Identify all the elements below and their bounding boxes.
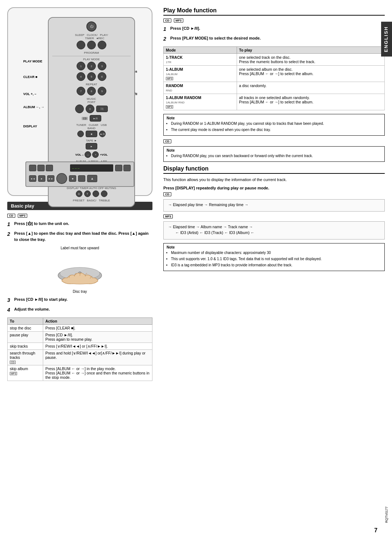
basic-play-badges: CD MP3 <box>7 214 152 218</box>
english-tab: ENGLISH <box>381 22 392 57</box>
sleep-btn[interactable] <box>77 41 85 49</box>
right-column: Play Mode function CD MP3 1 Press [CD ►/… <box>160 7 385 534</box>
play-mode-notes: During RANDOM or 1-ALBUM RANDOM play, yo… <box>171 121 381 132</box>
panel-btn5[interactable] <box>123 165 131 171</box>
table-row: RANDOM RND a disc randomly. <box>164 82 385 94</box>
btn-1[interactable]: 1 <box>77 62 85 70</box>
tuner-band-btn[interactable] <box>77 131 84 137</box>
btn-4[interactable]: 4 <box>77 72 85 81</box>
btn-6[interactable]: 6 <box>98 72 106 81</box>
to-stop: stop the disc <box>8 325 43 332</box>
pm-step-1: 1 Press [CD ►/II]. <box>163 25 385 33</box>
mp3-diagram-line1: → Elapsed time → Album name → Track name… <box>168 225 380 229</box>
tuner-label: TUNER CLEAR USBBAND <box>52 123 131 130</box>
power-button[interactable]: ⏻ <box>86 21 97 32</box>
timer-btn[interactable]: T <box>84 190 91 197</box>
note-item-1: During RANDOM or 1-ALBUM RANDOM play, yo… <box>171 121 381 126</box>
auto-off-btn[interactable] <box>93 190 99 197</box>
play-rec-btn[interactable] <box>98 41 106 49</box>
mode-random: RANDOM RND <box>164 82 237 94</box>
pm-step-2-text: Press [PLAY MODE] to select the desired … <box>170 35 261 43</box>
album-label: ALBUM ←, → <box>23 103 44 112</box>
mp3-display-diagram: → Elapsed time → Album name → Track name… <box>163 221 385 239</box>
preset-basic-label: PRESET BASIC/ TREBLE <box>52 199 131 202</box>
panel-rew-btn[interactable]: ◄◄ <box>29 175 36 182</box>
usb-btn[interactable]: ►/II <box>99 131 106 137</box>
table-row: search through tracksCD Press and hold [… <box>8 350 152 365</box>
disc-tray-label: Disc tray <box>7 290 152 294</box>
cd-badge-note2: CD <box>163 139 171 143</box>
to-pause: pause play <box>8 332 43 343</box>
table-row: 1-ALBUM RANDOM 1ALBUM RND MP3 all tracks… <box>164 94 385 110</box>
display-description: This function allows you to display the … <box>163 177 385 183</box>
clock-timer-btn[interactable] <box>87 41 96 49</box>
panel-btn2[interactable] <box>37 165 45 171</box>
panel-play-btn[interactable]: ► <box>38 175 45 182</box>
vol-minus-label: VOL – <box>75 153 83 156</box>
page-container: PLAY MODE CLEAR ■ VOL +, – ALBUM ←, → DI… <box>0 0 392 541</box>
to-search: search through tracksCD <box>8 350 43 365</box>
btn-9[interactable]: 9 <box>98 87 106 95</box>
display-notes: Maximum number of displayable characters… <box>171 250 381 268</box>
cd-play-pause-btn[interactable]: ►/II <box>90 115 101 122</box>
panel-btn3[interactable] <box>46 165 53 171</box>
display-note-2: This unit supports ver. 1.0 & 1.1 ID3 ta… <box>171 257 381 262</box>
panel-btn1[interactable] <box>29 165 36 171</box>
vol-minus-btn[interactable]: – <box>85 151 91 158</box>
cd-badge: CD <box>7 214 15 218</box>
vol-label: VOL +, – <box>23 90 44 99</box>
panel-btn4[interactable] <box>115 165 122 171</box>
mode-col-play: To play <box>237 47 384 54</box>
step-3-text: Press [CD ►/II] to start play. <box>14 296 68 304</box>
eject-button[interactable]: ▲ <box>87 175 97 182</box>
panel-display: -- -- -- <box>70 164 114 172</box>
left-panel-labels: PLAY MODE CLEAR ■ VOL +, – ALBUM ←, → DI… <box>23 57 44 131</box>
muting-btn[interactable] <box>101 190 107 197</box>
panel-stop-btn[interactable]: ■ <box>69 175 76 182</box>
clear-label: CLEAR ■ <box>23 73 44 82</box>
panel-ff-btn[interactable]: ►► <box>47 175 54 182</box>
table-row: stop the disc Press [CLEAR ■]. <box>8 325 152 332</box>
disc-tray-area: Label must face upward Disc tray <box>7 246 152 294</box>
btn-misc2[interactable]: ⟩⟩| <box>96 106 108 112</box>
mp3-badge-pm: MP3 <box>174 19 183 22</box>
sleep-label: SLEEP CLOCK/ PLAY/ TIMER ●REC <box>52 33 131 40</box>
btn-0[interactable]: 0 <box>86 104 94 113</box>
table-row: skip albumMP3 Press [ALBUM ← or →] in th… <box>8 365 152 381</box>
cd-diagram-line1: → Elapsed play time → Remaining play tim… <box>168 202 380 207</box>
action-table: To Action stop the disc Press [CLEAR ■].… <box>7 317 152 381</box>
step-1: 1 Press [⏻] to turn the unit on. <box>7 221 152 228</box>
tape-btn[interactable]: ► <box>86 143 97 149</box>
basic-play-steps: 1 Press [⏻] to turn the unit on. 2 Press… <box>7 221 152 242</box>
display-note-1: Maximum number of displayable characters… <box>171 250 381 255</box>
display-function-title: Display function <box>163 165 385 174</box>
play-random: a disc randomly. <box>237 82 384 94</box>
btn-misc1[interactable] <box>75 104 84 113</box>
remote-illustration: PLAY MODE CLEAR ■ VOL +, – ALBUM ←, → DI… <box>7 7 152 196</box>
page-number: 7 <box>374 527 377 534</box>
btn-7[interactable]: 7 <box>77 87 85 95</box>
tape-label: TAPE ► <box>52 139 131 142</box>
table-row: 1-ALBUM 1ALBUM MP3 one selected album on… <box>164 66 385 82</box>
note-item-2: The current play mode is cleared when yo… <box>171 127 381 132</box>
display-btn[interactable]: D <box>76 190 82 197</box>
mode-1-album: 1-ALBUM 1ALBUM MP3 <box>164 66 237 82</box>
clear-btn[interactable]: ■ <box>86 131 97 137</box>
btn-5[interactable]: 5 <box>87 72 96 81</box>
action-album: Press [ALBUM ← or →] in the play mode.Pr… <box>43 365 152 381</box>
panel-btn6[interactable] <box>78 175 85 182</box>
steps-3-4: 3 Press [CD ►/II] to start play. 4 Adjus… <box>7 296 152 314</box>
step-4: 4 Adjust the volume. <box>7 306 152 314</box>
volume-knob[interactable] <box>56 173 67 184</box>
mode-col-mode: Mode <box>164 47 237 54</box>
btn-8[interactable]: 8 <box>87 87 96 95</box>
mp3-badge-display: MP3 <box>163 214 173 218</box>
btn-2[interactable]: 2 <box>87 62 96 70</box>
label-face-up: Label must face upward <box>7 246 152 250</box>
step-3: 3 Press [CD ►/II] to start play. <box>7 296 152 304</box>
table-row: pause play Press [CD ►/II].Press again t… <box>8 332 152 343</box>
btn-3[interactable]: 3 <box>98 62 106 70</box>
mode-table: Mode To play 1-TRACK 1TR one selected tr… <box>163 46 385 110</box>
vol-plus-btn[interactable]: + <box>92 151 99 158</box>
step-4-text: Adjust the volume. <box>14 306 50 314</box>
